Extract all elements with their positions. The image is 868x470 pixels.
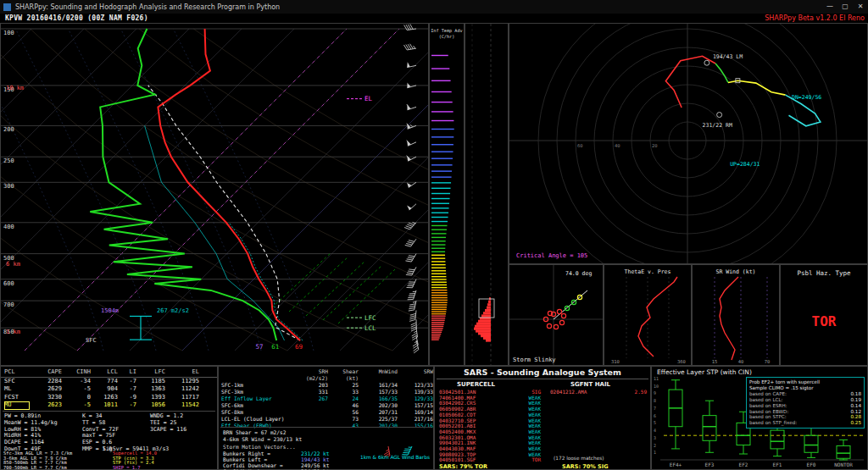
svg-text:6 km: 6 km [6, 261, 20, 268]
svg-text:360: 360 [677, 359, 686, 364]
parcel-row-ML[interactable]: ML2629-5904-7136311242 [1, 385, 217, 394]
stp-box-EF4+ [669, 380, 682, 449]
wind-barb-icon [405, 251, 416, 263]
thermo-col-3: WNDG = 1.2TEI = 253CAPE = 116 [150, 413, 186, 433]
parcel-thermo-panel: PCLCAPECINHLCLLILFCELSFC2284-34774-71185… [0, 366, 218, 470]
parcel-row-FCST[interactable]: FCST323001263-9139311717 [1, 394, 217, 402]
window-title: SHARPpy: Sounding and Hodograph Analysis… [15, 3, 822, 11]
shear-table-header: SRH (m2/s2)Shear (kt)MnWindSRW [219, 368, 433, 382]
sars-supercell-result: SARS: 79% TOR [439, 463, 487, 470]
skewt-canvas: 100150200250300400500600700850ELLFCLCL15… [1, 24, 428, 365]
shear-row-LCL-EL (Cloud Layer): LCL-EL (Cloud Layer)73225/37217/16 [219, 416, 433, 423]
svg-text:1: 1 [654, 450, 656, 455]
svg-text:200: 200 [3, 126, 14, 133]
svg-text:ThetaE v. Pres: ThetaE v. Pres [625, 268, 671, 275]
wind-barb-icon [406, 178, 416, 187]
station-title: KPVW 20160416/0200 (00Z NAM F026) [5, 14, 148, 23]
svg-text:10 km: 10 km [6, 85, 24, 91]
stp-box-NONTOR [837, 440, 850, 460]
sars-hail-result: SARS: 70% SIG [562, 463, 609, 470]
wind-barb-icon [405, 235, 416, 248]
legend-line-2: Sample CLIMO = .15 sigtor [749, 385, 861, 391]
composite-indices: Supercell = 14.0STP (cin) = 3.3STP (fix)… [113, 451, 157, 470]
sr-wind-inset[interactable]: 154070SR Wind (kt) [692, 264, 780, 366]
storm-motion-vector: Corfidi Downshear =249/56 kt [223, 462, 330, 468]
svg-text:10: 10 [654, 384, 659, 389]
storm-motion-marker[interactable] [704, 60, 709, 65]
shear-row-SFC-6km: SFC-6km46202/30157/15 [219, 402, 433, 409]
sharppy-window: SHARPpy: Sounding and Hodograph Analysis… [0, 0, 868, 470]
shear-row-SFC-1km: SFC-1km20325161/34123/33 [219, 382, 433, 389]
sars-loose-matches: (172 loose matches) [554, 456, 604, 461]
parcel-table: PCLCAPECINHLCLLILFCELSFC2284-34774-71185… [1, 368, 217, 410]
wind-barb-icon [405, 137, 416, 146]
hodograph-trace [665, 56, 715, 108]
svg-text:69: 69 [295, 343, 303, 351]
stp-box-EF0 [804, 427, 818, 458]
shear-table: SRH (m2/s2)Shear (kt)MnWindSRWSFC-1km203… [219, 368, 433, 429]
svg-text:4: 4 [654, 428, 656, 433]
svg-text:EF0: EF0 [807, 462, 816, 467]
wind-barb-icon [406, 264, 416, 277]
parcel-row-SFC[interactable]: SFC2284-34774-7118511295 [1, 378, 217, 386]
svg-text:194/43 LM: 194/43 LM [713, 53, 743, 60]
sr-wind-4-6km: 4-6km SR Wind = 230/13 kt [223, 436, 302, 442]
titlebar: SHARPpy: Sounding and Hodograph Analysis… [0, 0, 868, 14]
svg-text:3: 3 [654, 435, 656, 440]
legend-item: based on CAPE:0.18 [749, 391, 861, 397]
temp-advection-canvas [465, 24, 508, 365]
svg-text:Storm Slinky: Storm Slinky [513, 357, 556, 363]
svg-text:TOR: TOR [812, 313, 837, 329]
barbs-caption: 1km & 6km AGL Wind Barbs [358, 455, 432, 460]
hazard-type-inset[interactable]: Psbl Haz. TypeTOR [780, 264, 868, 366]
svg-text:LFC: LFC [364, 314, 376, 322]
storm-slinky-inset[interactable]: 74.0 degStorm Slinky [509, 264, 604, 366]
svg-text:11: 11 [654, 376, 659, 381]
svg-text:40: 40 [738, 359, 744, 364]
close-button[interactable]: ✕ [853, 0, 868, 14]
svg-text:2: 2 [654, 443, 656, 448]
stp-legend: Prob EF2+ torn with supercell Sample CLI… [746, 377, 865, 429]
lapse-rates: Sfc-3km AGL LR = 7.3 C/km3-6km AGL LR = … [3, 451, 72, 470]
svg-text:LCL: LCL [364, 324, 376, 332]
hodograph-plot[interactable]: 204060231/22 RM194/43 LMDN=249/56UP=284/… [509, 23, 868, 264]
app-icon [3, 3, 11, 11]
wind-speed-canvas: Inf Temp Adv(C/hr) [430, 24, 464, 365]
kinematics-panel: SRH (m2/s2)Shear (kt)MnWindSRWSFC-1km203… [218, 366, 434, 470]
svg-text:DN=249/56: DN=249/56 [792, 94, 821, 101]
thermo-col-1: PW = 0.89inMeanW = 11.4g/kgLowRH = 81%Mi… [4, 413, 58, 453]
maximize-button[interactable]: ▢ [837, 0, 853, 14]
sars-panel: SARS - Sounding Analogue System SUPERCEL… [434, 366, 651, 470]
skewt-plot[interactable]: 100150200250300400500600700850ELLFCLCL15… [0, 23, 429, 366]
wind-barb-icon [408, 289, 416, 301]
stp-title: Effective Layer STP (with CIN) [657, 368, 752, 376]
svg-text:310: 310 [611, 359, 620, 364]
minimize-button[interactable]: — [822, 0, 837, 14]
sars-hail-list: 02041212.AMA2.59 [550, 390, 647, 395]
sars-hail-match[interactable]: 02041212.AMA2.59 [550, 390, 647, 395]
legend-item: based on EBWD:0.12 [749, 409, 861, 415]
svg-text:1 km: 1 km [6, 329, 20, 335]
parcel-row-MU[interactable]: MU2623-51011-7105611542 [1, 401, 217, 410]
wind-barb-icon [406, 200, 416, 210]
svg-text:UP=284/31: UP=284/31 [730, 161, 760, 168]
legend-item: based on ESRH:0.14 [749, 403, 861, 409]
divider [437, 379, 648, 379]
divider [3, 411, 215, 412]
wind-barb-icon [406, 60, 416, 67]
svg-text:57: 57 [256, 343, 264, 351]
shear-row-Eff Inflow Layer: Eff Inflow Layer26724166/35129/33 [219, 395, 433, 402]
svg-text:EF4+: EF4+ [670, 462, 682, 467]
storm-motion-marker[interactable] [717, 113, 722, 118]
svg-text:74.0 deg: 74.0 deg [565, 270, 592, 277]
storm-motion-vector: Bunkers Left =194/43 kt [223, 456, 330, 462]
hazard-canvas: Psbl Haz. TypeTOR [781, 265, 867, 365]
svg-text:EF1: EF1 [773, 462, 782, 467]
window-controls: — ▢ ✕ [822, 0, 868, 14]
svg-text:8: 8 [654, 398, 656, 403]
svg-text:6: 6 [654, 413, 656, 418]
composite-index: SHIP = 1.7 [113, 466, 157, 470]
thetae-inset[interactable]: ThetaE v. Pres310360 [604, 264, 692, 366]
stp-boxplot-panel: 1234567891011EF4+EF3EF2EF1EF0NONTOR Effe… [651, 366, 868, 470]
svg-text:(C/hr): (C/hr) [439, 34, 455, 39]
